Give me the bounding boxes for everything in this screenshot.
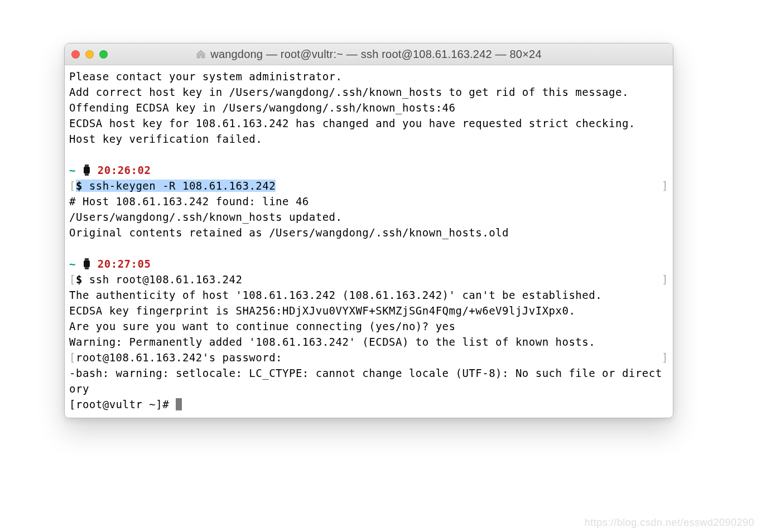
cwd-tilde: ~	[69, 258, 76, 270]
password-line: [root@108.61.163.242's password:]	[69, 351, 282, 364]
output-line: root@108.61.163.242's password:	[76, 351, 282, 364]
svg-rect-1	[84, 167, 90, 174]
close-button[interactable]	[71, 50, 80, 59]
title-wrap: wangdong — root@vultr:~ — ssh root@108.6…	[65, 48, 673, 61]
window-controls	[71, 50, 108, 59]
zoom-button[interactable]	[99, 50, 108, 59]
output-line: ECDSA host key for 108.61.163.242 has ch…	[69, 117, 635, 129]
minimize-button[interactable]	[85, 50, 94, 59]
command-text: ssh root@108.61.163.242	[89, 273, 243, 286]
output-line: Original contents retained as /Users/wan…	[69, 226, 509, 239]
svg-rect-5	[85, 267, 89, 269]
titlebar[interactable]: wangdong — root@vultr:~ — ssh root@108.6…	[65, 43, 673, 65]
output-line: /Users/wangdong/.ssh/known_hosts updated…	[69, 211, 343, 223]
prompt-time: 20:27:05	[98, 258, 151, 270]
output-line: ECDSA key fingerprint is SHA256:HDjXJvu0…	[69, 304, 575, 317]
terminal-window: wangdong — root@vultr:~ — ssh root@108.6…	[64, 43, 673, 418]
watch-icon	[83, 164, 91, 175]
command-text: ssh-keygen -R 108.61.163.242	[89, 180, 276, 192]
cursor	[176, 398, 182, 410]
prompt-line: ~ 20:26:02	[69, 164, 151, 176]
svg-rect-4	[84, 260, 90, 268]
svg-rect-3	[85, 258, 89, 260]
command-line: [$ ssh-keygen -R 108.61.163.242]	[69, 180, 276, 192]
watermark: https://blog.csdn.net/esswd2090290	[585, 517, 754, 529]
prompt-symbol: $	[76, 273, 89, 286]
shell-prompt: [root@vultr ~]#	[69, 398, 176, 410]
output-line: Offending ECDSA key in /Users/wangdong/.…	[69, 101, 455, 114]
output-line: Are you sure you want to continue connec…	[69, 320, 455, 332]
watch-icon	[83, 258, 91, 269]
svg-rect-0	[85, 165, 89, 167]
svg-rect-2	[85, 173, 89, 176]
output-line: Please contact your system administrator…	[69, 70, 343, 83]
output-line: Warning: Permanently added '108.61.163.2…	[69, 336, 595, 348]
prompt-symbol: $	[76, 180, 89, 192]
output-line: Host key verification failed.	[69, 133, 262, 145]
output-line: Add correct host key in /Users/wangdong/…	[69, 86, 629, 98]
cwd-tilde: ~	[69, 164, 76, 176]
window-title: wangdong — root@vultr:~ — ssh root@108.6…	[210, 48, 541, 61]
prompt-time: 20:26:02	[98, 164, 151, 176]
output-line: # Host 108.61.163.242 found: line 46	[69, 195, 309, 207]
terminal-body[interactable]: Please contact your system administrator…	[65, 65, 673, 418]
output-line: -bash: warning: setlocale: LC_CTYPE: can…	[69, 367, 662, 395]
prompt-line: ~ 20:27:05	[69, 258, 151, 270]
home-icon	[196, 49, 206, 59]
command-line: [$ ssh root@108.61.163.242]	[69, 273, 242, 286]
output-line: The authenticity of host '108.61.163.242…	[69, 289, 602, 301]
